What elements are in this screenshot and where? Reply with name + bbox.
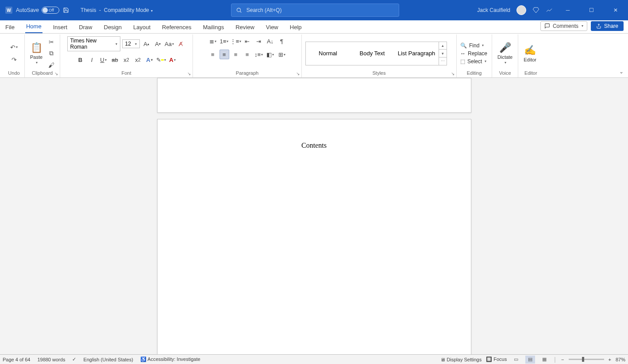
- save-icon[interactable]: [63, 7, 69, 13]
- superscript-button[interactable]: x2: [133, 55, 143, 65]
- show-marks-button[interactable]: ¶: [277, 36, 287, 46]
- styles-scroll-up[interactable]: ▴: [439, 42, 447, 50]
- read-mode-button[interactable]: ▭: [511, 356, 521, 364]
- print-layout-button[interactable]: ▤: [525, 356, 535, 364]
- format-painter-button[interactable]: 🖌: [47, 61, 56, 69]
- autosave-toggle[interactable]: AutoSave Off: [16, 7, 59, 14]
- cut-button[interactable]: ✂: [47, 38, 56, 46]
- user-name[interactable]: Jack Caulfield: [477, 7, 510, 13]
- collapse-ribbon-button[interactable]: ⌄: [619, 69, 624, 75]
- style-normal[interactable]: Normal: [306, 42, 350, 65]
- coming-soon-icon[interactable]: [546, 7, 553, 14]
- tab-insert[interactable]: Insert: [52, 24, 69, 33]
- bullets-button[interactable]: ≣▾: [208, 36, 218, 46]
- strikethrough-button[interactable]: ab: [110, 55, 120, 65]
- styles-more[interactable]: ⋯: [439, 57, 447, 65]
- share-button[interactable]: Share: [591, 21, 624, 31]
- replace-button[interactable]: ↔Replace: [460, 50, 487, 57]
- clear-formatting-button[interactable]: A̸: [176, 39, 186, 49]
- group-label-undo: Undo: [7, 70, 21, 77]
- line-spacing-button[interactable]: ↕≡▾: [254, 50, 264, 59]
- increase-indent-button[interactable]: ⇥: [254, 36, 264, 46]
- tab-review[interactable]: Review: [235, 24, 255, 33]
- tab-file[interactable]: File: [4, 24, 15, 33]
- group-label-styles: Styles: [305, 70, 453, 77]
- zoom-in-button[interactable]: +: [609, 357, 611, 362]
- subscript-button[interactable]: x2: [122, 55, 131, 65]
- styles-launcher[interactable]: ↘: [451, 71, 455, 76]
- align-left-button[interactable]: ≡: [208, 50, 218, 59]
- styles-scroll-down[interactable]: ▾: [439, 50, 447, 57]
- close-button[interactable]: ✕: [607, 0, 624, 20]
- justify-button[interactable]: ≡: [243, 50, 252, 59]
- style-body-text[interactable]: Body Text: [350, 42, 394, 65]
- zoom-slider[interactable]: [569, 359, 604, 360]
- paste-button[interactable]: 📋 Paste ▾: [28, 41, 44, 65]
- decrease-indent-button[interactable]: ⇤: [243, 36, 252, 46]
- align-center-button[interactable]: ≡: [220, 50, 229, 59]
- document-area[interactable]: Contents: [0, 78, 628, 364]
- focus-button[interactable]: 🔲 Focus: [486, 356, 507, 362]
- style-list-paragraph[interactable]: List Paragraph: [394, 42, 439, 65]
- document-title[interactable]: Thesis - Compatibility Mode ▾: [81, 7, 153, 13]
- undo-button[interactable]: ↶▾: [10, 43, 19, 52]
- group-label-editing: Editing: [460, 70, 488, 77]
- clipboard-launcher[interactable]: ↘: [54, 71, 58, 76]
- minimize-button[interactable]: ─: [559, 0, 577, 20]
- status-word-count[interactable]: 19880 words: [37, 357, 65, 362]
- document-heading[interactable]: Contents: [193, 142, 435, 149]
- multilevel-list-button[interactable]: ⋮≡▾: [231, 36, 241, 46]
- page-previous[interactable]: [157, 78, 471, 113]
- grow-font-button[interactable]: A▴: [142, 39, 151, 49]
- copy-button[interactable]: ⧉: [47, 49, 56, 58]
- redo-button[interactable]: ↷: [10, 55, 19, 64]
- tab-view[interactable]: View: [265, 24, 279, 33]
- numbering-button[interactable]: 1≡▾: [220, 36, 229, 46]
- shrink-font-button[interactable]: A▾: [153, 39, 163, 49]
- italic-button[interactable]: I: [87, 55, 97, 65]
- tab-mailings[interactable]: Mailings: [202, 24, 225, 33]
- underline-button[interactable]: U▾: [99, 55, 108, 65]
- word-app-icon: W: [5, 7, 12, 14]
- change-case-button[interactable]: Aa▾: [165, 39, 174, 49]
- tab-references[interactable]: References: [161, 24, 192, 33]
- display-settings-button[interactable]: 🖥 Display Settings: [440, 357, 482, 362]
- comments-button[interactable]: Comments ▾: [540, 21, 587, 31]
- bold-button[interactable]: B: [76, 55, 85, 65]
- borders-button[interactable]: ⊞▾: [277, 50, 287, 59]
- avatar[interactable]: [516, 5, 526, 15]
- styles-gallery[interactable]: Normal Body Text List Paragraph ▴ ▾ ⋯: [305, 42, 447, 65]
- font-color-button[interactable]: A▾: [168, 55, 177, 65]
- sort-button[interactable]: A↓: [266, 36, 275, 46]
- page-current[interactable]: Contents: [157, 119, 471, 358]
- shading-button[interactable]: ◧▾: [266, 50, 275, 59]
- text-effects-button[interactable]: A▾: [145, 55, 154, 65]
- zoom-out-button[interactable]: −: [561, 357, 564, 362]
- align-right-button[interactable]: ≡: [231, 50, 241, 59]
- diamond-icon[interactable]: [532, 7, 539, 14]
- font-name-input[interactable]: Times New Roman▾: [67, 36, 120, 51]
- font-launcher[interactable]: ↘: [187, 71, 191, 76]
- spellcheck-icon[interactable]: ✓: [72, 356, 76, 362]
- zoom-level[interactable]: 87%: [616, 357, 625, 362]
- tab-home[interactable]: Home: [25, 23, 42, 33]
- paragraph-launcher[interactable]: ↘: [296, 71, 300, 76]
- font-size-input[interactable]: 12▾: [122, 39, 140, 48]
- find-button[interactable]: 🔍Find▾: [460, 42, 487, 49]
- highlight-button[interactable]: ✎▾: [156, 55, 166, 65]
- svg-point-0: [237, 8, 240, 11]
- web-layout-button[interactable]: ▦: [539, 356, 549, 364]
- status-language[interactable]: English (United States): [83, 357, 133, 362]
- dictate-button[interactable]: 🎤 Dictate ▾: [496, 41, 514, 65]
- maximize-button[interactable]: ☐: [583, 0, 601, 20]
- tab-layout[interactable]: Layout: [132, 24, 151, 33]
- status-accessibility[interactable]: ♿ Accessibility: Investigate: [140, 356, 200, 362]
- editor-button[interactable]: ✍ Editor: [522, 44, 538, 63]
- status-page[interactable]: Page 4 of 64: [3, 357, 30, 362]
- select-button[interactable]: ⬚Select▾: [460, 58, 487, 65]
- group-label-editor: Editor: [522, 70, 539, 77]
- tab-draw[interactable]: Draw: [78, 24, 93, 33]
- tab-help[interactable]: Help: [289, 24, 303, 33]
- tab-design[interactable]: Design: [103, 24, 123, 33]
- search-input[interactable]: Search (Alt+Q): [231, 4, 399, 17]
